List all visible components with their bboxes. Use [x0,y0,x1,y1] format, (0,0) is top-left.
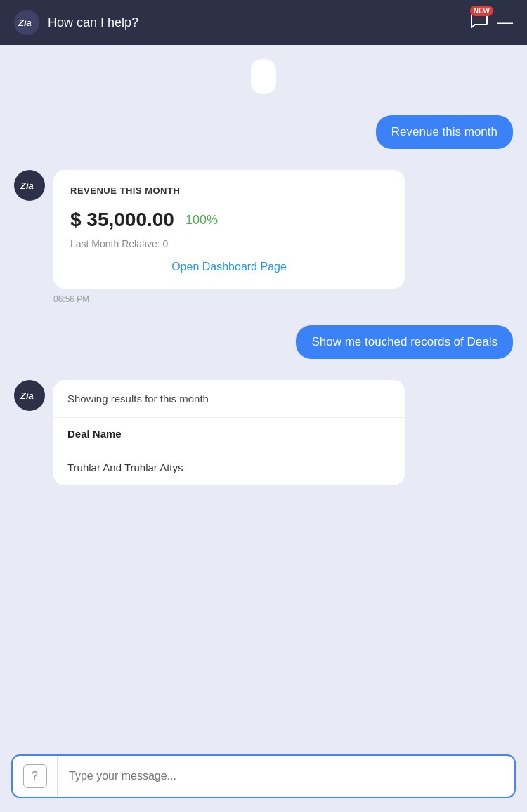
revenue-amount: $ 35,000.00 [70,209,174,231]
partial-previous-message [251,59,276,94]
deals-column-header: Deal Name [53,418,405,450]
bot-avatar-2: Zia [14,380,45,411]
chat-area: Revenue this month Zia REVENUE THIS MONT… [0,45,527,746]
header-left: Zia How can I help? [14,10,138,35]
message-input-area[interactable]: ? [11,754,516,798]
input-help-icon[interactable]: ? [23,764,47,788]
deals-table-row[interactable]: Truhlar And Truhlar Attys [53,450,405,485]
deal-name-column-label: Deal Name [67,428,122,440]
revenue-card: REVENUE THIS MONTH $ 35,000.00 100% Last… [53,170,405,289]
svg-text:Zia: Zia [20,181,34,191]
minimize-button[interactable]: — [497,15,513,30]
last-month-relative: Last Month Relative: 0 [70,238,388,249]
deals-results-header: Showing results for this month [53,380,405,418]
app-header: Zia How can I help? NEW — [0,0,527,45]
new-badge: NEW [470,6,493,16]
bot-avatar-1: Zia [14,170,45,201]
chat-icon[interactable] [469,14,488,32]
revenue-card-title: REVENUE THIS MONTH [70,185,388,196]
user-message-1: Revenue this month [14,115,513,149]
new-badge-wrapper[interactable]: NEW [469,13,488,32]
message-input[interactable] [58,770,514,782]
user-bubble-1: Revenue this month [376,115,513,149]
message-timestamp-1: 06:56 PM [53,294,513,304]
deals-card: Showing results for this month Deal Name… [53,380,405,485]
open-dashboard-link[interactable]: Open Dashboard Page [70,261,388,273]
user-bubble-2: Show me touched records of Deals [296,325,513,359]
revenue-amount-row: $ 35,000.00 100% [70,209,388,231]
input-icon-section[interactable]: ? [13,756,58,797]
zia-logo: Zia [14,10,39,35]
header-right: NEW — [469,13,513,32]
question-mark-icon: ? [32,770,38,782]
svg-text:Zia: Zia [20,391,34,401]
bot-message-row-2: Zia Showing results for this month Deal … [14,380,513,485]
bot-message-row-1: Zia REVENUE THIS MONTH $ 35,000.00 100% … [14,170,513,289]
user-message-2: Show me touched records of Deals [14,325,513,359]
svg-text:Zia: Zia [18,18,32,28]
revenue-percent: 100% [186,213,218,228]
header-title: How can I help? [48,15,138,30]
